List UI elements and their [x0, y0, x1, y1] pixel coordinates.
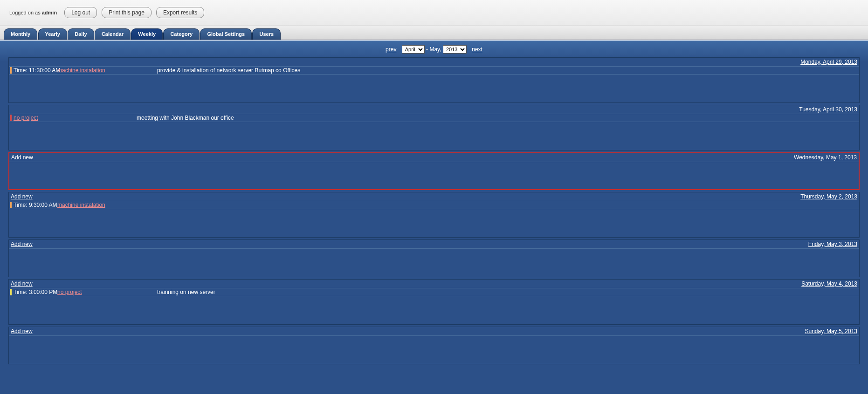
- event-time: Time: 3:00:00 PM: [14, 289, 55, 295]
- login-user: admin: [42, 10, 57, 15]
- tab-monthly[interactable]: Monthly: [4, 28, 37, 40]
- day-sunday: Add new Sunday, May 5, 2013: [8, 327, 860, 364]
- prev-link[interactable]: prev: [386, 46, 396, 53]
- week-container: Monday, April 29, 2013 Time: 11:30:00 AM…: [8, 57, 860, 364]
- day-friday: Add new Friday, May 3, 2013: [8, 239, 860, 277]
- export-button[interactable]: Export results: [156, 7, 204, 18]
- day-body: [9, 249, 859, 277]
- day-header[interactable]: Wednesday, May 1, 2013: [9, 153, 859, 162]
- event-time: Time: 11:30:00 AM: [14, 67, 55, 74]
- event-row[interactable]: Time: 11:30:00 AM machine instalation pr…: [9, 67, 859, 75]
- nav-tabs: Monthly Yearly Daily Calendar Weekly Cat…: [0, 26, 868, 40]
- day-saturday: Add new Saturday, May 4, 2013 Time: 3:00…: [8, 279, 860, 325]
- event-time: Time: 9:30:00 AM: [14, 202, 55, 208]
- event-description: trainning on new server: [157, 289, 215, 295]
- login-status: Logged on as admin: [9, 10, 57, 15]
- day-monday: Monday, April 29, 2013 Time: 11:30:00 AM…: [8, 57, 860, 103]
- login-prefix: Logged on as: [9, 10, 42, 15]
- tab-users[interactable]: Users: [252, 28, 281, 40]
- tab-category[interactable]: Category: [163, 28, 200, 40]
- event-description: meetting with John Blackman our office: [137, 115, 234, 121]
- event-color-tag: [10, 289, 12, 295]
- tab-weekly[interactable]: Weekly: [131, 28, 163, 40]
- day-body: [9, 75, 859, 102]
- event-row[interactable]: Time: 9:30:00 AM machine instalation: [9, 201, 859, 209]
- day-tuesday: Tuesday, April 30, 2013 no project meett…: [8, 105, 860, 150]
- event-row[interactable]: no project meetting with John Blackman o…: [9, 114, 859, 122]
- add-new-link[interactable]: Add new: [11, 328, 33, 335]
- tab-calendar[interactable]: Calendar: [95, 28, 131, 40]
- day-thursday: Add new Thursday, May 2, 2013 Time: 9:30…: [8, 192, 860, 238]
- add-new-link[interactable]: Add new: [11, 193, 33, 200]
- day-header[interactable]: Thursday, May 2, 2013: [9, 192, 859, 201]
- add-new-link[interactable]: Add new: [11, 154, 33, 161]
- day-body: [9, 162, 859, 189]
- tab-yearly[interactable]: Yearly: [38, 28, 67, 40]
- day-header[interactable]: Tuesday, April 30, 2013: [9, 105, 859, 114]
- add-new-link[interactable]: Add new: [11, 241, 33, 247]
- print-button[interactable]: Print this page: [102, 7, 152, 18]
- event-row[interactable]: Time: 3:00:00 PM no project trainning on…: [9, 288, 859, 296]
- day-header[interactable]: Friday, May 3, 2013: [9, 240, 859, 249]
- day-body: [9, 296, 859, 324]
- tab-daily[interactable]: Daily: [68, 28, 94, 40]
- day-body: [9, 209, 859, 237]
- next-link[interactable]: next: [472, 46, 482, 53]
- add-new-link[interactable]: Add new: [11, 280, 33, 287]
- day-body: [9, 336, 859, 364]
- event-project-link[interactable]: machine instalation: [57, 67, 118, 74]
- tab-global-settings[interactable]: Global Settings: [200, 28, 252, 40]
- year-select[interactable]: 2013: [443, 45, 467, 54]
- day-body: [9, 122, 859, 150]
- top-bar: Logged on as admin Log out Print this pa…: [0, 0, 868, 26]
- nav-sep-text: - May,: [426, 46, 443, 53]
- content-area: prev April - May, 2013 next Monday, Apri…: [0, 40, 868, 394]
- event-project-link[interactable]: no project: [57, 289, 118, 295]
- day-header[interactable]: Saturday, May 4, 2013: [9, 280, 859, 288]
- day-header[interactable]: Monday, April 29, 2013: [9, 58, 859, 67]
- logout-button[interactable]: Log out: [64, 7, 97, 18]
- date-nav: prev April - May, 2013 next: [0, 41, 868, 57]
- event-project-link[interactable]: no project: [14, 115, 69, 121]
- event-color-tag: [10, 202, 12, 208]
- day-wednesday: Add new Wednesday, May 1, 2013: [8, 152, 860, 190]
- day-header[interactable]: Sunday, May 5, 2013: [9, 327, 859, 336]
- event-project-link[interactable]: machine instalation: [57, 202, 118, 208]
- month-select[interactable]: April: [402, 45, 425, 54]
- event-color-tag: [10, 67, 12, 74]
- event-description: provide & installation of network server…: [157, 67, 300, 74]
- event-color-tag: [10, 115, 12, 121]
